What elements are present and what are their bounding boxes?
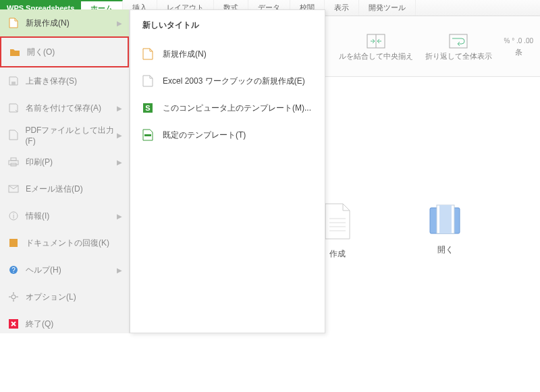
sidebar-item-help[interactable]: ? ヘルプ(H) ▶	[0, 256, 129, 283]
submenu-item-excel2003[interactable]: Excel 2003 ワークブックの新規作成(E)	[142, 67, 313, 94]
recover-icon	[8, 237, 19, 248]
folder-open-icon	[9, 47, 20, 57]
chevron-right-icon: ▶	[117, 132, 122, 139]
print-icon	[8, 157, 19, 167]
sidebar-item-label: 開く(O)	[27, 47, 55, 58]
new-submenu: 新しいタイトル 新規作成(N) Excel 2003 ワークブックの新規作成(E…	[130, 9, 325, 333]
chevron-right-icon: ▶	[117, 105, 122, 112]
sidebar-item-options[interactable]: オプション(L)	[0, 283, 129, 310]
chevron-right-icon: ▶	[117, 159, 122, 166]
sidebar-item-save[interactable]: 上書き保存(S)	[0, 67, 129, 94]
sidebar-item-label: ヘルプ(H)	[26, 264, 61, 276]
template-icon: S	[142, 103, 153, 113]
excel-file-icon	[142, 75, 153, 87]
wrap-text-icon	[449, 34, 468, 49]
submenu-item-label: 新規作成(N)	[163, 49, 207, 60]
sidebar-item-recover[interactable]: ドキュメントの回復(K)	[0, 229, 129, 256]
submenu-title: 新しいタイトル	[142, 20, 313, 31]
submenu-item-new[interactable]: 新規作成(N)	[142, 40, 313, 67]
svg-rect-11	[9, 161, 18, 165]
sidebar-item-email[interactable]: Eメール送信(D)	[0, 175, 129, 202]
chevron-right-icon: ▶	[117, 20, 122, 27]
chevron-right-icon: ▶	[117, 213, 122, 220]
sidebar-item-label: 終了(Q)	[26, 318, 53, 330]
save-icon	[8, 76, 19, 86]
svg-text:i: i	[13, 213, 14, 220]
ribbon-right-group: ルを結合して中央揃え 折り返して全体表示 % ° .0 .00 条	[339, 20, 533, 74]
gear-icon	[8, 291, 19, 302]
svg-text:?: ?	[11, 267, 16, 274]
start-open-label: 開く	[437, 244, 454, 256]
document-icon	[323, 202, 352, 240]
svg-text:S: S	[145, 104, 150, 112]
ribbon-merge-label: ルを結合して中央揃え	[339, 51, 413, 61]
sidebar-item-saveas[interactable]: 名前を付けて保存(A) ▶	[0, 94, 129, 121]
submenu-item-label: このコンピュータ上のテンプレート(M)...	[163, 103, 311, 114]
sidebar-item-exit[interactable]: 終了(Q)	[0, 310, 129, 337]
svg-rect-17	[9, 239, 18, 247]
info-icon: i	[8, 211, 19, 221]
folder-icon	[427, 202, 464, 236]
sidebar-item-label: オプション(L)	[26, 291, 76, 303]
submenu-item-default-template[interactable]: 既定のテンプレート(T)	[142, 121, 313, 148]
ribbon-wrap-text[interactable]: 折り返して全体表示	[425, 34, 492, 61]
merge-cells-icon	[367, 34, 385, 49]
start-new-label: 作成	[329, 248, 346, 260]
submenu-item-label: 既定のテンプレート(T)	[163, 130, 246, 141]
sidebar-item-label: 印刷(P)	[26, 157, 53, 168]
save-as-icon	[8, 103, 19, 113]
new-file-icon	[142, 48, 153, 60]
svg-rect-12	[11, 158, 16, 161]
sidebar-item-label: ドキュメントの回復(K)	[26, 237, 109, 249]
file-menu-sidebar: 新規作成(N) ▶ 開く(O) 上書き保存(S) 名前を付けて保存(A) ▶ P…	[0, 9, 130, 333]
submenu-item-label: Excel 2003 ワークブックの新規作成(E)	[163, 76, 305, 87]
ribbon-wrap-label: 折り返して全体表示	[425, 51, 492, 61]
email-icon	[8, 184, 19, 194]
svg-rect-9	[439, 205, 452, 233]
ribbon-format-group[interactable]: % ° .0 .00 条	[504, 37, 533, 57]
sidebar-item-print[interactable]: 印刷(P) ▶	[0, 148, 129, 175]
submenu-item-template[interactable]: S このコンピュータ上のテンプレート(M)...	[142, 94, 313, 121]
start-screen-icons: 作成 開く	[310, 202, 473, 260]
sidebar-item-new[interactable]: 新規作成(N) ▶	[0, 9, 129, 36]
help-icon: ?	[8, 264, 19, 275]
sidebar-item-info[interactable]: i 情報(I) ▶	[0, 202, 129, 229]
chevron-right-icon: ▶	[117, 267, 122, 274]
start-open-icon[interactable]: 開く	[418, 202, 473, 260]
default-template-icon	[142, 129, 153, 141]
svg-rect-28	[144, 134, 151, 136]
sidebar-item-label: 新規作成(N)	[26, 18, 70, 29]
svg-rect-10	[11, 82, 16, 85]
ribbon-merge-cells[interactable]: ルを結合して中央揃え	[339, 34, 413, 61]
sidebar-item-label: 情報(I)	[26, 211, 49, 222]
sidebar-item-open[interactable]: 開く(O)	[0, 36, 129, 67]
sidebar-item-label: Eメール送信(D)	[26, 184, 83, 195]
sidebar-item-label: 上書き保存(S)	[26, 76, 77, 87]
pdf-icon	[8, 130, 18, 140]
svg-point-20	[11, 295, 16, 299]
sidebar-item-label: PDFファイルとして出力(F)	[25, 125, 121, 146]
ribbon-right-cut: 条	[515, 47, 522, 57]
new-file-icon	[8, 18, 19, 28]
sidebar-item-pdf[interactable]: PDFファイルとして出力(F) ▶	[0, 121, 129, 148]
tab-dev[interactable]: 開発ツール	[359, 0, 416, 16]
tab-view[interactable]: 表示	[325, 0, 359, 16]
close-icon	[8, 318, 19, 329]
ribbon-format-icon: % ° .0 .00	[504, 37, 533, 45]
sidebar-item-label: 名前を付けて保存(A)	[26, 103, 101, 114]
